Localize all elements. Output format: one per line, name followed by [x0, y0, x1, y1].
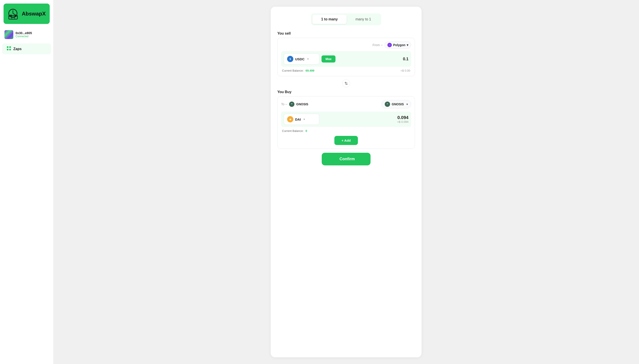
gnosis-source-label: GNOSIS	[296, 102, 308, 106]
swap-direction-button[interactable]	[342, 79, 350, 87]
usdc-token-name: USDC	[295, 57, 305, 61]
sidebar-item-zaps[interactable]: Zaps	[2, 44, 51, 54]
polygon-network-select[interactable]: Polygon ▾	[385, 42, 411, 48]
buy-box: To -- GNOSIS	[277, 96, 415, 149]
logo-icon	[7, 8, 20, 20]
buy-amount-display: 0.094 =$ 0.094	[322, 115, 409, 124]
usdc-token-select[interactable]: $ USDC ▾	[284, 54, 319, 64]
dai-token-name: DAI	[295, 118, 301, 121]
wallet-info: 0x30...e805 Connected	[0, 28, 53, 42]
svg-rect-11	[7, 49, 9, 50]
sell-usd-value: =$ 0.00	[401, 69, 410, 72]
sidebar: AbswapX 0x30...e805 Connected Zaps	[0, 0, 53, 364]
app-name: AbswapX	[22, 11, 46, 17]
buy-section-label: You Buy	[277, 90, 415, 94]
sell-section-label: You sell	[277, 32, 415, 36]
swap-arrows	[277, 79, 415, 87]
dai-icon: ◈	[287, 116, 293, 122]
sidebar-item-label: Zaps	[13, 47, 22, 51]
app-logo[interactable]: AbswapX	[4, 4, 50, 24]
polygon-network-label: Polygon	[393, 43, 405, 47]
confirm-row: Confirm	[277, 153, 415, 165]
dai-chevron-icon: ▾	[303, 118, 305, 121]
tab-1-to-many[interactable]: 1 to many	[312, 15, 347, 24]
to-label: To --	[281, 102, 287, 106]
token-chevron-icon: ▾	[307, 58, 309, 60]
dai-token-select[interactable]: ◈ DAI ▾	[284, 114, 319, 125]
polygon-chevron-icon: ▾	[407, 43, 408, 47]
gnosis-dest-icon	[385, 102, 390, 107]
confirm-button[interactable]: Confirm	[322, 153, 371, 165]
wallet-avatar	[5, 30, 13, 39]
buy-token-row: ◈ DAI ▾ 0.094 =$ 0.094	[281, 112, 411, 127]
buy-amount-value: 0.094	[322, 115, 409, 120]
buy-balance-value: 0	[305, 129, 307, 132]
sell-amount-input[interactable]	[338, 57, 409, 62]
add-button[interactable]: + Add	[334, 136, 358, 145]
sell-token-row: $ USDC ▾ Max	[281, 51, 411, 67]
buy-balance-label: Current Balance:	[282, 129, 304, 132]
gnosis-chevron-icon: ▾	[407, 103, 408, 106]
svg-rect-7	[11, 15, 12, 16]
gnosis-dest-label: GNOSIS	[392, 102, 404, 106]
tab-many-to-1[interactable]: many to 1	[347, 15, 380, 24]
buy-usd-value: =$ 0.094	[322, 120, 409, 124]
svg-rect-10	[9, 46, 11, 48]
sell-balance-value: 69.499	[305, 69, 314, 72]
sell-balance-label: Current Balance:	[282, 69, 304, 72]
sell-box: From -- Polygon ▾ $ USDC ▾	[277, 38, 415, 76]
grid-icon	[7, 46, 11, 52]
wallet-status: Connected	[16, 35, 32, 38]
gnosis-source-icon	[289, 102, 294, 107]
swap-card: 1 to many many to 1 You sell From -- Pol…	[271, 7, 422, 357]
polygon-icon	[387, 43, 392, 47]
svg-rect-12	[9, 49, 11, 50]
usdc-icon: $	[287, 56, 293, 62]
gnosis-dest-select[interactable]: GNOSIS ▾	[381, 100, 411, 108]
max-button[interactable]: Max	[322, 56, 336, 62]
from-label: From --	[373, 43, 383, 47]
main-content: 1 to many many to 1 You sell From -- Pol…	[53, 0, 639, 364]
mode-tabs: 1 to many many to 1	[311, 13, 381, 25]
svg-rect-9	[7, 46, 9, 48]
swap-arrows-icon	[344, 82, 348, 85]
wallet-address: 0x30...e805	[16, 31, 32, 35]
svg-line-2	[13, 13, 15, 15]
svg-rect-8	[15, 15, 16, 16]
